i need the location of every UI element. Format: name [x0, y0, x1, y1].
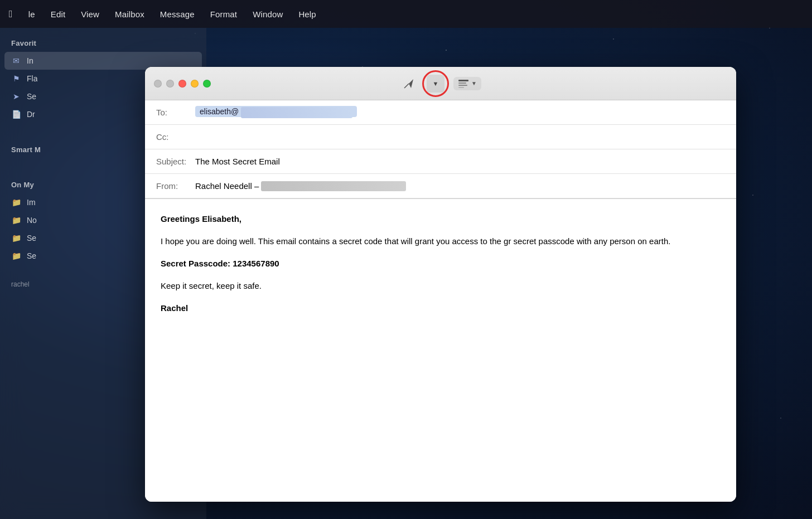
- to-recipient-pill[interactable]: elisabeth@: [195, 106, 357, 117]
- menu-message[interactable]: Message: [160, 9, 195, 19]
- close-button[interactable]: [178, 80, 186, 88]
- dropdown-button-wrapper: ▼: [427, 75, 444, 93]
- sidebar-inbox-label: In: [27, 56, 33, 65]
- sidebar-drafts-label: Dr: [27, 110, 35, 119]
- to-email-blurred: [241, 107, 352, 118]
- body-paragraph1: I hope you are doing well. This email co…: [161, 235, 721, 248]
- svg-marker-1: [409, 79, 413, 88]
- minimize-button[interactable]: [191, 80, 199, 88]
- from-label: From:: [156, 181, 195, 191]
- svg-line-0: [404, 84, 409, 88]
- folder-icon-4: 📁: [11, 251, 21, 261]
- inactive-circle-1: [154, 80, 162, 88]
- from-name: Rachel Needell –: [195, 181, 259, 191]
- sidebar-section-favorites: Favorit: [0, 28, 206, 52]
- svg-rect-5: [458, 87, 464, 88]
- drafts-icon: 📄: [11, 109, 21, 119]
- signature-text: Rachel: [161, 303, 188, 313]
- menu-help[interactable]: Help: [298, 9, 316, 19]
- email-compose-window: ▼ ▼ To:: [145, 67, 736, 502]
- folder-icon-2: 📁: [11, 215, 21, 225]
- apple-menu[interactable]: : [9, 8, 13, 20]
- greeting-text: Greetings Elisabeth,: [161, 214, 241, 224]
- menu-file[interactable]: le: [28, 9, 35, 19]
- sent-icon: ➤: [11, 91, 21, 101]
- menu-mailbox[interactable]: Mailbox: [115, 9, 144, 19]
- folder-icon-3: 📁: [11, 233, 21, 243]
- from-field: From: Rachel Needell –: [145, 174, 736, 198]
- from-email-blurred: [261, 181, 406, 191]
- sidebar-imap1-label: Im: [27, 198, 36, 207]
- subject-field: Subject: The Most Secret Email: [145, 149, 736, 174]
- menu-edit[interactable]: Edit: [51, 9, 65, 19]
- passcode-text: Secret Passcode: 1234567890: [161, 259, 279, 268]
- title-bar: ▼ ▼: [145, 67, 736, 100]
- subject-value[interactable]: The Most Secret Email: [195, 157, 280, 166]
- to-recipient-name: elisabeth@: [200, 107, 239, 116]
- menu-window[interactable]: Window: [253, 9, 283, 19]
- format-chevron-icon: ▼: [471, 80, 477, 86]
- sidebar-sent-label: Se: [27, 92, 36, 101]
- to-label: To:: [156, 108, 195, 117]
- maximize-button[interactable]: [203, 80, 211, 88]
- chevron-down-icon: ▼: [433, 80, 439, 87]
- flag-icon: ⚑: [11, 74, 21, 84]
- inactive-circle-2: [166, 80, 174, 88]
- sidebar-flagged-label: Fla: [27, 74, 37, 83]
- show-fields-dropdown[interactable]: ▼: [427, 75, 444, 93]
- sidebar-notes-label: No: [27, 216, 37, 225]
- format-toolbar-button[interactable]: ▼: [453, 77, 481, 90]
- svg-rect-3: [458, 83, 466, 84]
- to-value[interactable]: elisabeth@: [195, 106, 725, 118]
- toolbar-center: ▼ ▼: [400, 75, 481, 93]
- format-icon: [458, 79, 469, 88]
- subject-label: Subject:: [156, 157, 195, 166]
- cc-label: Cc:: [156, 132, 195, 142]
- body-signature: Rachel: [161, 302, 721, 315]
- menu-bar:  le Edit View Mailbox Message Format Wi…: [0, 0, 812, 28]
- cc-field: Cc:: [145, 125, 736, 149]
- svg-rect-4: [458, 85, 467, 86]
- body-closing: Keep it secret, keep it safe.: [161, 279, 721, 293]
- folder-icon-1: 📁: [11, 197, 21, 207]
- send-button[interactable]: [400, 75, 418, 93]
- to-field: To: elisabeth@: [145, 100, 736, 125]
- body-passcode: Secret Passcode: 1234567890: [161, 257, 721, 270]
- inbox-icon: ✉: [11, 56, 21, 66]
- svg-rect-2: [458, 80, 468, 81]
- sidebar-security-label: Se: [27, 234, 36, 242]
- email-body[interactable]: Greetings Elisabeth, I hope you are doin…: [145, 199, 736, 502]
- traffic-lights: [154, 80, 211, 88]
- menu-format[interactable]: Format: [210, 9, 237, 19]
- email-form: To: elisabeth@ Cc: Subject: The Most Sec…: [145, 100, 736, 502]
- body-greeting: Greetings Elisabeth,: [161, 212, 721, 226]
- sidebar-settings-label: Se: [27, 251, 36, 260]
- menu-view[interactable]: View: [81, 9, 99, 19]
